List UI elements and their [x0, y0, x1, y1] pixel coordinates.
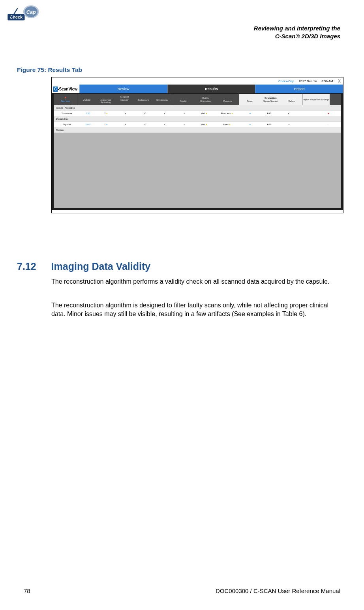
tab-results[interactable]: Results — [167, 85, 255, 93]
col-asym: Asimetrical Protruding — [96, 98, 115, 104]
section-heading: 7.12 Imaging Data Validity — [17, 261, 150, 272]
tab-report[interactable]: Report — [255, 85, 343, 93]
checkcap-logo: Check Cap — [6, 4, 43, 22]
pin-icon: 📍 — [64, 97, 67, 100]
header-line1: Reviewing and Interpreting the — [254, 24, 340, 32]
col-consistency: Consistency — [153, 98, 172, 104]
results-panel: 📍Seg. time Suspect Visibility Asimetrica… — [52, 93, 343, 210]
page-header: Reviewing and Interpreting the C-Scan® 2… — [254, 24, 340, 40]
table-row[interactable]: Transverse 2.30 2 ✓ ✓ ✓ – Med Fixed axis… — [54, 111, 341, 116]
close-icon[interactable]: X — [338, 79, 341, 83]
app-logo: C-ScanView — [52, 85, 79, 93]
results-table: Cecum - Ascending Transverse 2.30 2 ✓ ✓ … — [54, 105, 341, 208]
results-tab-screenshot: Check-Cap 2017 Dec 14 8:56 AM X C-ScanVi… — [51, 77, 343, 213]
time-label: 8:56 AM — [321, 79, 333, 83]
group-suspect: Suspect — [120, 96, 129, 98]
body-paragraph-2: The reconstruction algorithm is designed… — [51, 301, 343, 318]
col-visibility: Visibility — [77, 98, 96, 104]
app-titlebar: Check-Cap 2017 Dec 14 8:56 AM X — [52, 77, 343, 85]
table-row[interactable]: Sigmoid 14.47 1 ✓ ✓ ✓ – Med Fixed 0.05 –… — [54, 122, 341, 127]
main-tabs: C-ScanView Review Results Report — [52, 85, 343, 93]
body-paragraph-1: The reconstruction algorithm performs a … — [51, 277, 343, 286]
section-rectum: Rectum — [54, 127, 341, 133]
report-radio[interactable]: ○ — [315, 123, 341, 126]
section-cecum: Cecum - Ascending — [54, 105, 341, 111]
col-score: Score — [239, 100, 260, 103]
date-label: 2017 Dec 14 — [299, 79, 317, 83]
header-line2: C-Scan® 2D/3D Images — [254, 32, 340, 40]
col-pressure: Pressure — [217, 100, 239, 103]
figure-caption: Figure 75: Results Tab — [17, 66, 82, 73]
page-number: 78 — [24, 587, 30, 594]
svg-text:Cap: Cap — [26, 9, 36, 15]
group-report: Report Suspicious Findings — [303, 98, 329, 101]
column-groups: 📍Seg. time Suspect Visibility Asimetrica… — [54, 94, 341, 105]
col-background: Background — [134, 98, 153, 104]
doc-id: DOC000300 / C-SCAN User Reference Manual — [216, 587, 340, 594]
brand-label: Check-Cap — [278, 79, 294, 83]
group-evaluation: Evaluation — [265, 97, 276, 99]
col-segtime: Seg. time — [61, 100, 70, 102]
section-number: 7.12 — [17, 261, 36, 272]
report-radio[interactable] — [315, 112, 341, 115]
group-motility: Motility — [202, 97, 209, 99]
col-intensity: Intensity — [115, 98, 134, 104]
col-orientation: Orientation — [194, 100, 216, 103]
col-strong: Strong Suspect — [260, 100, 281, 103]
page-footer: 78 DOC000300 / C-SCAN User Reference Man… — [24, 587, 340, 594]
section-descending: Descending — [54, 116, 341, 122]
section-title: Imaging Data Validity — [51, 261, 150, 272]
col-delete: Delete — [281, 100, 302, 103]
col-quality: Quality — [172, 100, 194, 103]
tab-review[interactable]: Review — [79, 85, 167, 93]
